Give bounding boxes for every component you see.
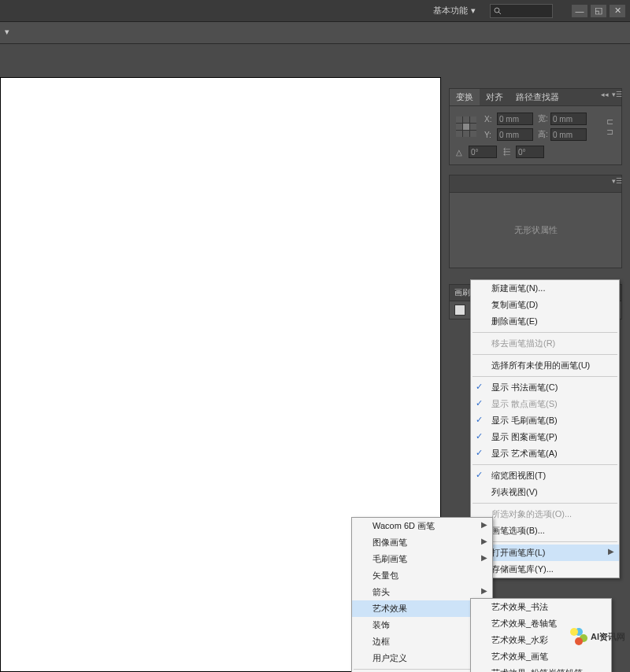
transform-panel: 变换 对齐 路径查找器 ◂◂▾☰ X: Y: 宽: 高: bbox=[449, 88, 622, 165]
submenu-wacom[interactable]: Wacom 6D 画笔▶ bbox=[352, 518, 492, 534]
chevron-right-icon: ▶ bbox=[481, 553, 487, 562]
collapse-icon[interactable]: ◂◂ bbox=[601, 90, 609, 98]
h-input[interactable] bbox=[550, 128, 587, 141]
reference-point-grid[interactable] bbox=[456, 116, 476, 137]
top-bar: 基本功能 ▾ — ◱ ✕ bbox=[0, 0, 630, 22]
panel-menu-icon[interactable]: ▾☰ bbox=[612, 177, 620, 185]
angle-label: △ bbox=[456, 148, 467, 157]
x-input[interactable] bbox=[497, 113, 533, 125]
w-input[interactable] bbox=[550, 113, 587, 125]
search-input[interactable] bbox=[490, 4, 553, 18]
menu-open-library[interactable]: 打开画笔库(L)▶ bbox=[471, 545, 619, 561]
menu-save-library[interactable]: 存储画笔库(Y)... bbox=[471, 561, 619, 578]
chevron-right-icon: ▶ bbox=[481, 520, 487, 529]
svg-line-1 bbox=[498, 12, 501, 14]
chevron-right-icon: ▶ bbox=[608, 547, 614, 556]
tab-align[interactable]: 对齐 bbox=[480, 89, 510, 105]
menu-delete-brush[interactable]: 删除画笔(E) bbox=[471, 313, 619, 330]
check-icon: ✓ bbox=[476, 415, 483, 425]
menu-new-brush[interactable]: 新建画笔(N)... bbox=[471, 280, 619, 297]
search-icon bbox=[494, 7, 502, 15]
w-label: 宽: bbox=[538, 113, 549, 124]
menu-selected-options: 所选对象的选项(O)... bbox=[471, 506, 619, 522]
y-input[interactable] bbox=[497, 128, 533, 141]
menu-show-calligraphic[interactable]: ✓显示 书法画笔(C) bbox=[471, 379, 619, 396]
no-shape-text: 无形状属性 bbox=[450, 193, 621, 268]
check-icon: ✓ bbox=[476, 382, 483, 392]
appearance-panel: ▾☰ 无形状属性 bbox=[449, 175, 622, 268]
menu-thumbnail-view[interactable]: ✓缩览图视图(T) bbox=[471, 467, 619, 484]
chevron-right-icon: ▶ bbox=[481, 586, 487, 595]
submenu-image[interactable]: 图像画笔▶ bbox=[352, 534, 492, 551]
submenu-bristle[interactable]: 毛刷画笔▶ bbox=[352, 551, 492, 567]
chevron-right-icon: ▶ bbox=[481, 537, 487, 545]
artmenu-chalk[interactable]: 艺术效果_粉笔炭笔铅笔 bbox=[471, 665, 611, 672]
search-field[interactable] bbox=[504, 6, 543, 16]
check-icon: ✓ bbox=[476, 431, 483, 441]
link-icon[interactable]: ⊏⊐ bbox=[604, 116, 615, 138]
shear-label: ⬱ bbox=[503, 147, 514, 157]
check-icon: ✓ bbox=[476, 470, 483, 480]
menu-list-view[interactable]: 列表视图(V) bbox=[471, 484, 619, 500]
angle-input[interactable] bbox=[469, 146, 497, 158]
check-icon: ✓ bbox=[476, 448, 483, 458]
panel-tabs: 变换 对齐 路径查找器 ◂◂▾☰ bbox=[450, 89, 621, 106]
artmenu-ink[interactable]: 艺术效果_画笔 bbox=[471, 648, 611, 665]
menu-duplicate-brush[interactable]: 复制画笔(D) bbox=[471, 297, 619, 313]
options-bar: ▾ bbox=[0, 22, 630, 44]
menu-show-scatter[interactable]: ✓显示 散点画笔(S) bbox=[471, 396, 619, 412]
shear-input[interactable] bbox=[516, 146, 544, 158]
submenu-vector[interactable]: 矢量包 bbox=[352, 567, 492, 584]
tool-icon[interactable]: ▾ bbox=[5, 27, 17, 39]
minimize-button[interactable]: — bbox=[572, 5, 587, 17]
menu-show-pattern[interactable]: ✓显示 图案画笔(P) bbox=[471, 429, 619, 445]
menu-show-art[interactable]: ✓显示 艺术画笔(A) bbox=[471, 445, 619, 462]
tab-pathfinder[interactable]: 路径查找器 bbox=[510, 89, 565, 105]
logo-icon bbox=[570, 628, 587, 645]
x-label: X: bbox=[484, 115, 495, 124]
y-label: Y: bbox=[484, 131, 495, 139]
watermark: AI资讯网 bbox=[570, 628, 625, 645]
brush-swatch bbox=[454, 305, 465, 316]
menu-select-unused[interactable]: 选择所有未使用的画笔(U) bbox=[471, 357, 619, 374]
menu-icon[interactable]: ▾☰ bbox=[612, 90, 620, 98]
tab-transform[interactable]: 变换 bbox=[450, 89, 480, 105]
watermark-text: AI资讯网 bbox=[591, 631, 625, 643]
restore-button[interactable]: ◱ bbox=[591, 5, 606, 17]
chevron-down-icon[interactable]: ▾ bbox=[471, 6, 476, 16]
artmenu-calligraphy[interactable]: 艺术效果_书法 bbox=[471, 599, 611, 615]
workspace-label[interactable]: 基本功能 bbox=[433, 5, 468, 17]
menu-brush-options[interactable]: 画笔选项(B)... bbox=[471, 522, 619, 539]
close-button[interactable]: ✕ bbox=[610, 5, 625, 17]
check-icon: ✓ bbox=[476, 398, 483, 408]
h-label: 高: bbox=[538, 129, 549, 140]
menu-remove-stroke: 移去画笔描边(R) bbox=[471, 335, 619, 352]
menu-show-bristle[interactable]: ✓显示 毛刷画笔(B) bbox=[471, 412, 619, 429]
